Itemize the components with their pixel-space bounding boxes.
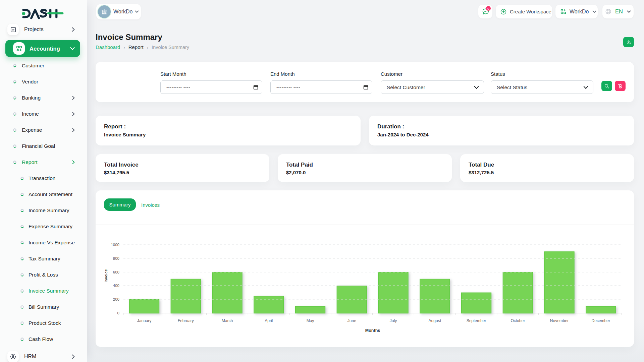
svg-text:200: 200 [113, 297, 119, 301]
svg-text:March: March [222, 318, 233, 323]
svg-text:Invoice: Invoice [104, 269, 108, 283]
svg-text:July: July [390, 318, 397, 323]
svg-text:February: February [178, 318, 194, 323]
svg-text:May: May [307, 318, 314, 323]
svg-text:November: November [550, 318, 569, 323]
svg-text:0: 0 [117, 311, 119, 315]
svg-text:800: 800 [113, 256, 119, 260]
svg-text:December: December [592, 318, 610, 323]
svg-text:1000: 1000 [111, 243, 119, 247]
svg-text:September: September [467, 318, 486, 323]
svg-text:400: 400 [113, 284, 119, 288]
svg-text:October: October [511, 318, 525, 323]
svg-text:August: August [429, 318, 441, 323]
svg-text:April: April [265, 318, 273, 323]
svg-text:600: 600 [113, 270, 119, 274]
svg-text:January: January [137, 318, 152, 323]
svg-text:June: June [347, 318, 356, 323]
svg-text:Months: Months [365, 328, 380, 333]
